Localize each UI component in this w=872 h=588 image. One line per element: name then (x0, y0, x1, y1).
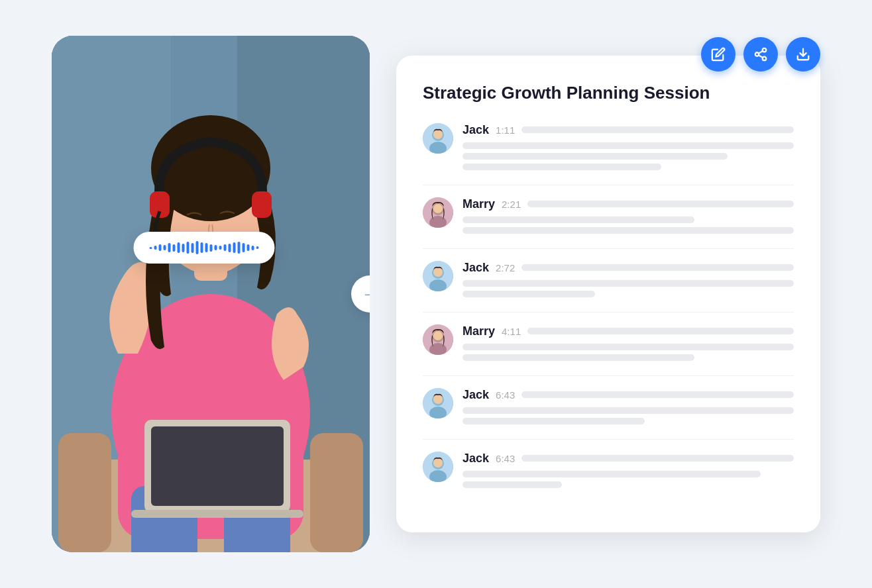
speaker-meta: Jack2:72 (463, 261, 794, 275)
text-placeholder-inline (527, 328, 794, 334)
svg-rect-13 (131, 510, 303, 518)
text-placeholder-inline (521, 391, 794, 398)
speaker-meta: Jack6:43 (463, 452, 794, 466)
speaker-meta: Jack6:43 (463, 388, 794, 402)
svg-point-37 (433, 268, 443, 277)
svg-rect-5 (58, 433, 111, 552)
arrow-icon: → (362, 285, 370, 303)
text-lines (463, 344, 794, 361)
text-lines (463, 407, 794, 424)
text-line-placeholder (463, 217, 694, 223)
download-button[interactable] (786, 37, 820, 72)
svg-line-24 (759, 51, 763, 54)
share-button[interactable] (743, 37, 778, 72)
text-line-placeholder (463, 354, 694, 361)
text-line-placeholder (463, 153, 728, 160)
speakers-list: Jack1:11 Marry2:21 Jack2:72 Marry4:11 (423, 123, 794, 488)
speaker-info: Jack2:72 (463, 261, 794, 297)
speaker-meta: Marry4:11 (463, 324, 794, 338)
text-line-placeholder (463, 481, 562, 488)
text-line-placeholder (463, 280, 794, 287)
speaker-timestamp: 6:43 (496, 453, 515, 464)
speaker-row: Marry2:21 (423, 197, 794, 234)
action-buttons-group (701, 37, 820, 72)
speaker-meta: Marry2:21 (463, 197, 794, 211)
speaker-name: Jack (463, 123, 489, 137)
speaker-name: Jack (463, 452, 489, 466)
avatar-jack-0 (423, 123, 453, 154)
speaker-separator (423, 439, 794, 440)
text-line-placeholder (463, 164, 661, 170)
speaker-timestamp: 1:11 (496, 124, 515, 136)
text-placeholder-inline (521, 455, 794, 462)
speaker-row: Marry4:11 (423, 324, 794, 361)
text-lines (463, 471, 794, 488)
svg-point-49 (433, 458, 443, 467)
waveform-bubble (134, 232, 275, 264)
svg-point-29 (433, 130, 443, 139)
speaker-timestamp: 4:11 (502, 326, 521, 337)
speaker-separator (423, 375, 794, 376)
photo-panel: → (52, 36, 370, 552)
avatar-marry-1 (423, 197, 453, 228)
speaker-row: Jack1:11 (423, 123, 794, 170)
speaker-info: Marry4:11 (463, 324, 794, 361)
speaker-info: Marry2:21 (463, 197, 794, 234)
person-illustration (52, 36, 370, 552)
text-line-placeholder (463, 344, 794, 350)
svg-point-41 (433, 331, 443, 340)
speaker-name: Marry (463, 197, 495, 211)
svg-line-23 (759, 55, 763, 58)
text-line-placeholder (463, 291, 595, 297)
speaker-name: Jack (463, 388, 489, 402)
speaker-name: Marry (463, 324, 495, 338)
edit-button[interactable] (701, 37, 736, 72)
photo-background (52, 36, 370, 552)
speaker-separator (423, 185, 794, 185)
text-placeholder-inline (527, 201, 794, 207)
text-line-placeholder (463, 227, 794, 234)
transcript-panel: Strategic Growth Planning Session Jack1:… (396, 56, 820, 532)
svg-point-33 (433, 204, 443, 213)
text-lines (463, 217, 794, 234)
text-placeholder-inline (521, 126, 794, 133)
text-line-placeholder (463, 142, 794, 149)
text-placeholder-inline (521, 264, 794, 271)
text-lines (463, 280, 794, 297)
avatar-marry-3 (423, 324, 453, 355)
text-line-placeholder (463, 471, 761, 477)
svg-rect-6 (310, 433, 363, 552)
speaker-timestamp: 6:43 (496, 389, 515, 401)
speaker-separator (423, 248, 794, 249)
speaker-info: Jack6:43 (463, 452, 794, 488)
speaker-name: Jack (463, 261, 489, 275)
main-container: → (38, 23, 834, 565)
speaker-row: Jack6:43 (423, 388, 794, 424)
speaker-timestamp: 2:21 (502, 199, 521, 210)
avatar-jack-5 (423, 452, 453, 482)
speaker-row: Jack6:43 (423, 452, 794, 488)
speaker-info: Jack1:11 (463, 123, 794, 170)
avatar-jack-2 (423, 261, 453, 291)
avatar-jack-4 (423, 388, 453, 418)
text-line-placeholder (463, 418, 645, 424)
text-line-placeholder (463, 407, 794, 414)
speaker-separator (423, 312, 794, 313)
speaker-meta: Jack1:11 (463, 123, 794, 137)
speaker-row: Jack2:72 (423, 261, 794, 297)
session-title: Strategic Growth Planning Session (423, 82, 794, 105)
svg-point-45 (433, 395, 443, 404)
speaker-info: Jack6:43 (463, 388, 794, 424)
speaker-timestamp: 2:72 (496, 262, 515, 273)
svg-rect-12 (151, 426, 284, 506)
svg-rect-18 (252, 191, 272, 218)
text-lines (463, 142, 794, 170)
